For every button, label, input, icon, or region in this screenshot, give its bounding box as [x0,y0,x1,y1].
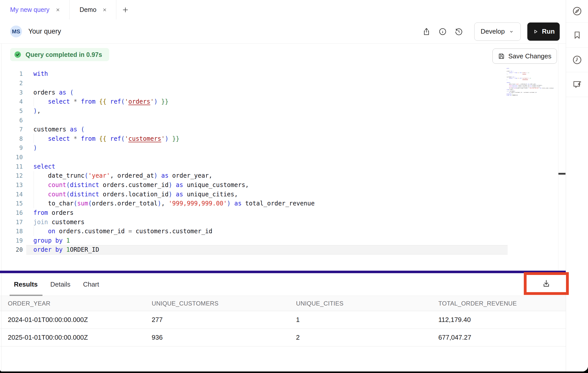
code-text: count(distinct orders.customer_id) as un… [33,181,249,189]
tab-label: Demo [80,6,97,13]
code-line[interactable]: 17join customers [0,217,566,227]
code-line[interactable]: 7customers as ( [0,125,566,134]
column-header: TOTAL_ORDER_REVENUE [431,300,566,307]
code-line[interactable]: 19group by 1 [0,236,566,245]
code-text: from orders [33,209,74,216]
table-cell: 936 [144,334,288,341]
line-number: 11 [0,163,23,170]
code-text: ), [33,107,41,114]
code-text: join customers [33,219,84,226]
line-number: 16 [0,209,23,216]
code-line[interactable]: 4 select * from {{ ref('orders') }} [0,97,566,106]
check-circle-icon [14,51,22,59]
code-line[interactable]: 10 [0,153,566,162]
code-line[interactable]: 1with [0,69,566,79]
table-cell: 2024-01-01T00:00:00.000Z [0,316,144,324]
line-number: 18 [0,228,23,235]
tab-results[interactable]: Results [14,281,38,288]
info-button[interactable] [436,25,449,38]
code-line[interactable]: 18 on orders.customer_id = customers.cus… [0,227,566,236]
line-number: 3 [0,89,23,96]
code-line[interactable]: 9) [0,143,566,153]
code-line[interactable]: 14 count(distinct orders.location_id) as… [0,190,566,199]
develop-dropdown[interactable]: Develop [474,22,521,41]
line-number: 9 [0,145,23,151]
table-cell: 2025-01-01T00:00:00.000Z [0,334,144,341]
code-line[interactable]: 11select [0,162,566,171]
download-icon [541,278,551,289]
right-icon-rail [566,0,588,371]
line-number: 15 [0,200,23,207]
close-icon[interactable] [102,7,107,13]
tab-label: My new query [10,6,50,13]
code-text: on orders.customer_id = customers.custom… [33,228,212,235]
history-button[interactable] [453,25,465,38]
chat-sparkle-icon [572,79,582,90]
close-icon[interactable] [55,7,61,13]
history-panel-button[interactable] [566,48,588,72]
download-results-button[interactable] [527,275,566,292]
line-number: 8 [0,135,23,142]
info-icon [438,27,447,36]
code-line[interactable]: 20order by 1ORDER_ID [0,245,566,254]
line-number: 2 [0,80,23,86]
new-tab-button[interactable] [116,0,134,19]
table-row: 2024-01-01T00:00:00.000Z2771112,179.40 [0,311,566,329]
code-line[interactable]: 3orders as ( [0,88,566,97]
save-changes-label: Save Changes [508,52,552,60]
minimap-line: order by 1ORDER_ID [507,95,557,96]
line-number: 1 [0,71,23,77]
clock-icon [572,55,582,65]
column-header: ORDER_YEAR [0,300,144,307]
plus-icon [122,6,129,14]
column-header: UNIQUE_CITIES [288,300,431,307]
code-line[interactable]: 8 select * from {{ ref('customers') }} [0,134,566,143]
ai-assistant-button[interactable] [566,72,588,97]
run-button[interactable]: Run [527,22,560,41]
code-line[interactable]: 12 date_trunc('year', ordered_at) as ord… [0,171,566,180]
code-text: group by 1 [33,237,70,244]
tab-my-new-query[interactable]: My new query [0,0,70,19]
code-line[interactable]: 13 count(distinct orders.customer_id) as… [0,180,566,190]
tab-details[interactable]: Details [50,281,70,288]
results-panel-tabs: Results Details Chart [0,273,566,296]
column-header: UNIQUE_CUSTOMERS [144,300,288,307]
tab-chart[interactable]: Chart [83,281,99,288]
save-icon [498,53,505,60]
editor-scrollbar-track[interactable] [558,43,558,271]
save-changes-button[interactable]: Save Changes [492,49,557,64]
share-button[interactable] [420,25,433,38]
editor-minimap[interactable]: with orders as ( select * from {{ ref('o… [507,68,557,103]
code-text: select * from {{ ref('customers') }} [33,135,179,142]
code-line[interactable]: 6 [0,115,566,125]
table-row: 2025-01-01T00:00:00.000Z9362677,047.27 [0,329,566,346]
table-cell: 112,179.40 [431,316,566,324]
line-number: 4 [0,98,23,105]
app-window: My new query Demo MS Your query Develop [0,0,588,371]
panel-resize-handle[interactable] [0,271,566,273]
develop-label: Develop [481,28,505,35]
line-number: 6 [0,117,23,124]
code-line[interactable]: 15 to_char(sum(orders.order_total), '999… [0,199,566,208]
code-text: with [33,70,48,77]
tab-demo[interactable]: Demo [70,0,117,19]
table-cell: 677,047.27 [431,334,566,341]
avatar: MS [10,26,22,37]
play-icon [532,28,539,35]
code-text: customers as ( [33,126,84,133]
sql-editor[interactable]: 1with23orders as (4 select * from {{ ref… [0,43,566,271]
code-line[interactable]: 2 [0,79,566,88]
bookmark-icon [572,30,582,40]
code-line[interactable]: 16from orders [0,208,566,218]
bookmarks-button[interactable] [566,22,588,48]
query-title: Your query [28,28,61,35]
explore-button[interactable] [566,0,588,22]
history-icon [455,27,463,36]
code-text: date_trunc('year', ordered_at) as order_… [33,172,212,179]
code-line[interactable]: 5), [0,106,566,116]
share-icon [422,27,431,36]
code-text: select * from {{ ref('orders') }} [33,98,169,105]
status-message: Query completed in 0.97s [26,51,102,58]
code-text: order by 1ORDER_ID [33,246,99,253]
chevron-down-icon [508,29,514,35]
